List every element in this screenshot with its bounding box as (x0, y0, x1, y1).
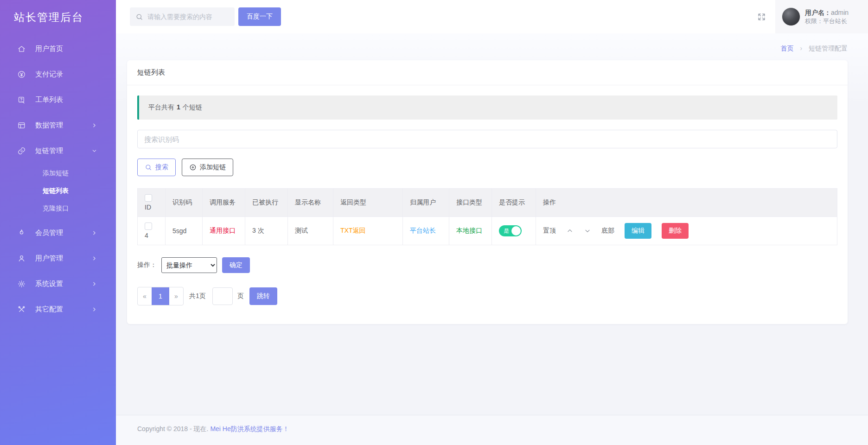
topbar: 百度一下 用户名：admin 权限：平台站长 (116, 0, 868, 33)
sidebar-item-label: 用户管理 (35, 254, 63, 263)
copyright-text: Copyright © 2018 - 现在. (137, 425, 210, 432)
table-header-row: ID 识别码 调用服务 已被执行 显示名称 返回类型 归属用户 接口类型 是否提… (138, 189, 837, 217)
toggle-label: 是 (504, 227, 509, 235)
cell-prompt: 是 (492, 217, 536, 245)
cell-actions: 置顶 底部 编辑 删除 (536, 217, 837, 245)
user-icon (17, 254, 26, 263)
header-service: 调用服务 (203, 189, 245, 217)
sidebar-item-user-home[interactable]: 用户首页 (0, 36, 116, 62)
pagination: « 1 » 共1页 页 跳转 (137, 287, 837, 305)
provider-link[interactable]: Mei He防洪系统提供服务！ (210, 425, 289, 432)
edit-button[interactable]: 编辑 (625, 223, 651, 239)
topbar-search-box (130, 7, 235, 26)
toggle-knob (511, 226, 521, 235)
sidebar-subitem-clone-api[interactable]: 克隆接口 (0, 200, 116, 217)
sidebar-item-data-management[interactable]: 数据管理 (0, 113, 116, 138)
cell-service: 通用接口 (203, 217, 245, 245)
jump-button[interactable]: 跳转 (249, 287, 277, 305)
header-owner: 归属用户 (403, 189, 449, 217)
header-executed: 已被执行 (245, 189, 288, 217)
cell-return-type: TXT返回 (333, 217, 403, 245)
sidebar-item-system-settings[interactable]: 系统设置 (0, 271, 116, 297)
cell-display-name: 测试 (288, 217, 333, 245)
avatar (782, 7, 800, 26)
cell-code: 5sgd (166, 217, 203, 245)
next-page-button[interactable]: » (169, 287, 183, 305)
alert-count: 1 (177, 103, 180, 111)
batch-select[interactable]: 批量操作 (161, 257, 217, 273)
delete-button[interactable]: 删除 (662, 223, 689, 239)
sidebar-item-other-config[interactable]: 其它配置 (0, 297, 116, 322)
sidebar-item-label: 系统设置 (35, 280, 63, 288)
chevron-right-icon (91, 122, 97, 128)
ticket-icon (17, 95, 26, 105)
search-icon (145, 164, 152, 171)
link-icon (17, 146, 26, 156)
add-shortlink-button[interactable]: 添加短链 (182, 159, 233, 176)
pin-top-link[interactable]: 置顶 (543, 227, 556, 235)
sidebar-item-label: 短链管理 (35, 146, 63, 155)
yen-circle-icon (17, 70, 26, 79)
sidebar-item-ticket-list[interactable]: 工单列表 (0, 87, 116, 113)
app-title: 站长管理后台 (0, 0, 116, 31)
sidebar-item-label: 数据管理 (35, 121, 63, 130)
page-jump-input[interactable] (212, 287, 233, 305)
sidebar-item-user-management[interactable]: 用户管理 (0, 246, 116, 271)
sidebar-item-shortlink-management[interactable]: 短链管理 (0, 138, 116, 164)
shortlink-submenu: 添加短链 短链列表 克隆接口 (0, 164, 116, 220)
chevron-right-icon (91, 230, 97, 236)
content-area: 首页 › 短链管理配置 短链列表 平台共有1个短链 搜索 添加短 (116, 33, 868, 415)
search-icon (135, 13, 143, 21)
add-button-label: 添加短链 (200, 163, 226, 172)
shortlink-table: ID 识别码 调用服务 已被执行 显示名称 返回类型 归属用户 接口类型 是否提… (137, 188, 837, 245)
footer: Copyright © 2018 - 现在. Mei He防洪系统提供服务！ (116, 415, 868, 445)
page-1-button[interactable]: 1 (152, 287, 169, 305)
move-up-icon[interactable] (566, 227, 574, 235)
card-title: 短链列表 (127, 60, 848, 85)
breadcrumb-current: 短链管理配置 (809, 44, 848, 52)
move-down-icon[interactable] (584, 227, 591, 235)
select-all-checkbox[interactable] (145, 194, 152, 202)
header-return-type: 返回类型 (333, 189, 403, 217)
header-code: 识别码 (166, 189, 203, 217)
plus-circle-icon (189, 164, 197, 171)
gear-icon (17, 280, 26, 289)
sidebar-subitem-add-shortlink[interactable]: 添加短链 (0, 165, 116, 182)
code-search-input[interactable] (137, 130, 837, 148)
page-total: 共1页 (189, 292, 206, 300)
chevron-down-icon (91, 148, 97, 154)
pin-bottom-link[interactable]: 底部 (601, 227, 614, 235)
count-alert: 平台共有1个短链 (137, 95, 837, 120)
prompt-toggle[interactable]: 是 (499, 225, 522, 236)
header-api-type: 接口类型 (449, 189, 492, 217)
home-icon (17, 44, 26, 54)
sidebar-item-label: 其它配置 (35, 305, 63, 314)
sidebar-nav: 用户首页 支付记录 工单列表 数据管理 短链管理 (0, 36, 116, 322)
prev-page-button[interactable]: « (138, 287, 152, 305)
sidebar-item-label: 工单列表 (35, 95, 63, 104)
baidu-search-button[interactable]: 百度一下 (238, 7, 281, 26)
fullscreen-icon[interactable] (747, 13, 775, 21)
sidebar-item-label: 会员管理 (35, 229, 63, 237)
topbar-search-input[interactable] (147, 13, 229, 20)
sidebar-subitem-shortlink-list[interactable]: 短链列表 (0, 182, 116, 200)
batch-actions: 操作： 批量操作 确定 (137, 257, 837, 273)
breadcrumb: 首页 › 短链管理配置 (127, 44, 848, 53)
header-actions: 操作 (536, 189, 837, 217)
sidebar-item-payment-records[interactable]: 支付记录 (0, 62, 116, 87)
username-label: 用户名： (805, 9, 831, 16)
search-button-label: 搜索 (155, 163, 168, 172)
role-line: 权限：平台站长 (805, 17, 849, 25)
chevron-right-icon (91, 255, 97, 261)
search-button[interactable]: 搜索 (137, 159, 176, 176)
alert-suffix: 个短链 (183, 103, 202, 111)
cell-api-type: 本地接口 (449, 217, 492, 245)
user-panel[interactable]: 用户名：admin 权限：平台站长 (775, 0, 868, 33)
header-prompt: 是否提示 (492, 189, 536, 217)
breadcrumb-separator: › (800, 44, 802, 52)
row-checkbox[interactable] (145, 222, 152, 230)
cell-owner[interactable]: 平台站长 (403, 217, 449, 245)
confirm-button[interactable]: 确定 (222, 257, 250, 273)
sidebar-item-member-management[interactable]: 会员管理 (0, 220, 116, 246)
breadcrumb-home-link[interactable]: 首页 (781, 44, 794, 52)
